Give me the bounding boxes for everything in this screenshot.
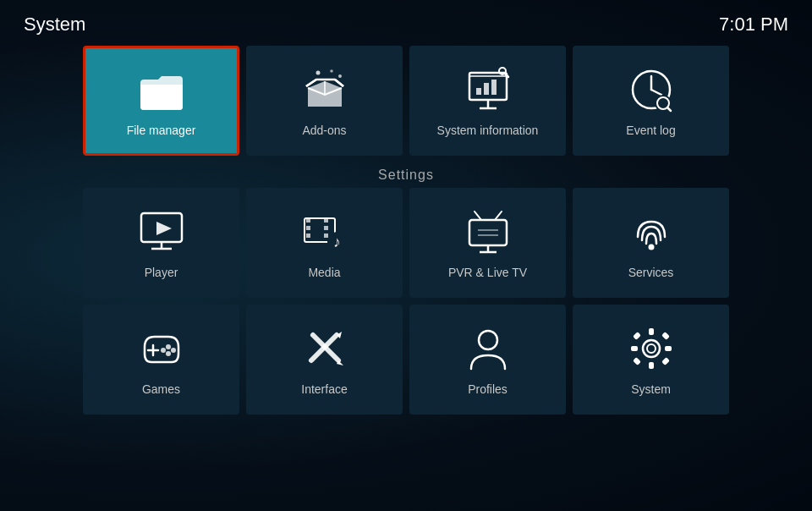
- svg-rect-57: [633, 357, 641, 365]
- services-label: Services: [628, 266, 674, 279]
- svg-line-32: [475, 212, 481, 220]
- svg-rect-53: [631, 346, 638, 351]
- tile-system-information[interactable]: System information: [409, 46, 566, 156]
- system-icon: [626, 323, 677, 374]
- svg-rect-31: [469, 220, 507, 245]
- tile-pvr-live-tv[interactable]: PVR & Live TV: [409, 188, 566, 298]
- tile-player[interactable]: Player: [83, 188, 239, 298]
- svg-marker-19: [156, 222, 172, 235]
- header: System 7:01 PM: [17, 10, 795, 46]
- tile-event-log[interactable]: Event log: [573, 46, 729, 156]
- profiles-label: Profiles: [468, 382, 508, 396]
- tile-add-ons[interactable]: Add-ons: [246, 46, 403, 156]
- svg-rect-25: [306, 234, 310, 238]
- page-title: System: [24, 14, 85, 36]
- event-log-label: Event log: [626, 124, 675, 137]
- svg-point-38: [648, 245, 654, 250]
- tile-games[interactable]: Games: [83, 305, 239, 415]
- svg-point-0: [315, 71, 320, 75]
- svg-rect-24: [306, 226, 310, 230]
- svg-rect-23: [306, 218, 310, 223]
- system-label: System: [631, 382, 671, 396]
- tile-interface[interactable]: Interface: [246, 305, 403, 415]
- pvr-live-tv-label: PVR & Live TV: [448, 266, 527, 279]
- svg-line-17: [667, 107, 671, 111]
- settings-row-2: Games Interface: [83, 305, 729, 415]
- svg-rect-54: [665, 346, 672, 351]
- section-label: Settings: [17, 162, 795, 188]
- system-information-label: System information: [437, 124, 539, 137]
- svg-point-2: [338, 74, 342, 78]
- svg-point-49: [479, 331, 497, 349]
- add-ons-label: Add-ons: [302, 124, 346, 137]
- tile-file-manager[interactable]: File manager: [83, 46, 239, 156]
- svg-rect-6: [491, 80, 497, 95]
- event-log-icon: [626, 64, 677, 115]
- games-label: Games: [142, 382, 180, 396]
- top-row: File manager A: [17, 46, 795, 156]
- svg-rect-55: [633, 332, 641, 340]
- add-ons-icon: [299, 64, 350, 115]
- svg-rect-58: [661, 357, 670, 365]
- tile-services[interactable]: Services: [573, 188, 729, 298]
- svg-line-33: [495, 212, 502, 220]
- svg-text:♪: ♪: [333, 234, 341, 250]
- file-manager-icon: [136, 64, 187, 115]
- svg-rect-52: [649, 362, 654, 369]
- settings-row-1: Player ♪: [83, 188, 729, 298]
- svg-rect-4: [476, 88, 481, 95]
- tile-profiles[interactable]: Profiles: [409, 305, 566, 415]
- clock: 7:01 PM: [719, 14, 788, 36]
- svg-rect-51: [649, 328, 654, 335]
- games-icon: [136, 323, 187, 374]
- tile-media[interactable]: ♪ Media: [246, 188, 403, 298]
- svg-rect-56: [661, 332, 670, 340]
- svg-point-42: [171, 348, 176, 353]
- svg-point-44: [161, 348, 166, 353]
- player-icon: [136, 206, 187, 257]
- player-label: Player: [145, 266, 178, 279]
- services-icon: [626, 206, 677, 257]
- system-information-icon: [463, 64, 513, 115]
- profiles-icon: [463, 323, 513, 374]
- interface-label: Interface: [301, 382, 347, 396]
- svg-rect-26: [324, 218, 328, 223]
- svg-rect-28: [324, 234, 328, 238]
- svg-rect-5: [484, 83, 489, 95]
- media-icon: ♪: [299, 206, 350, 257]
- interface-icon: [299, 323, 350, 374]
- svg-line-14: [651, 90, 661, 95]
- pvr-live-tv-icon: [463, 206, 513, 257]
- media-label: Media: [308, 266, 340, 279]
- svg-point-43: [166, 351, 171, 356]
- svg-rect-27: [324, 226, 328, 230]
- tile-system[interactable]: System: [573, 305, 729, 415]
- svg-point-1: [330, 69, 333, 73]
- svg-point-59: [647, 344, 656, 353]
- file-manager-label: File manager: [127, 124, 196, 137]
- settings-grid: Player ♪: [17, 188, 795, 415]
- svg-point-41: [166, 344, 171, 349]
